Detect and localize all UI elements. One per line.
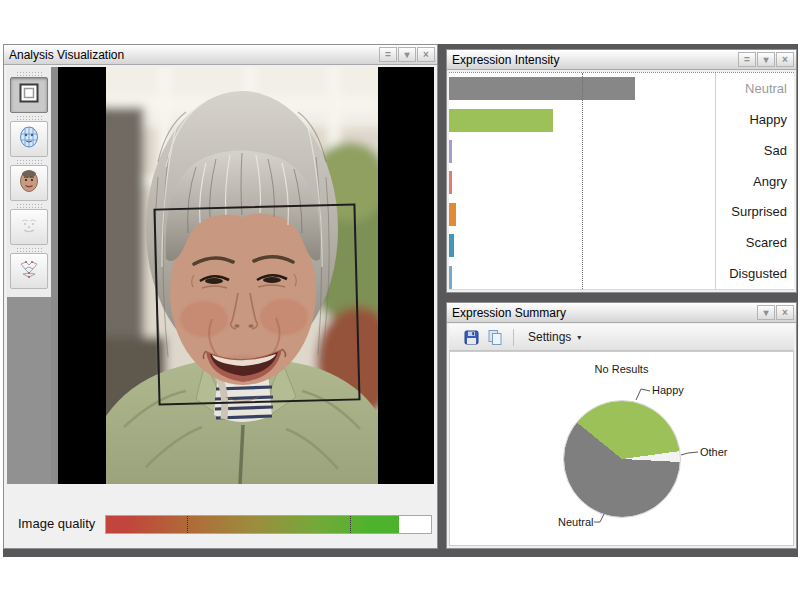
dock-button[interactable]: ▾ (757, 52, 775, 67)
expression-summary-titlebar: Expression Summary ▾ × (447, 303, 796, 323)
maximize-button[interactable]: = (379, 47, 397, 62)
intensity-bar-disgusted (449, 266, 452, 289)
frame-view-button[interactable] (10, 77, 48, 113)
chevron-down-icon: ▾ (577, 333, 581, 342)
analysis-visualization-titlebar: Analysis Visualization = ▾ × (4, 45, 437, 65)
intensity-label-sad: Sad (716, 135, 794, 166)
texture-view-icon (17, 169, 41, 197)
model-view-button[interactable] (10, 121, 48, 157)
toolbar-separator (513, 329, 514, 346)
intensity-labels: NeutralHappySadAngrySurprisedScaredDisgu… (715, 73, 794, 289)
pie-chart-title: No Results (450, 363, 793, 375)
settings-dropdown[interactable]: Settings ▾ (520, 327, 589, 347)
analysis-visualization-panel: Analysis Visualization = ▾ × (3, 44, 438, 549)
intensity-bar-surprised (449, 203, 456, 226)
intensity-label-surprised: Surprised (716, 196, 794, 227)
visualization-mode-toolbar (7, 67, 51, 484)
model-view-icon (17, 125, 41, 153)
image-quality-fill (106, 516, 399, 533)
panel-title: Expression Intensity (452, 53, 737, 67)
copy-button[interactable] (485, 327, 505, 347)
landmarks-view-icon (17, 213, 41, 241)
pie-label-neutral: Neutral (558, 516, 593, 528)
intensity-chart: NeutralHappySadAngrySurprisedScaredDisgu… (449, 72, 794, 290)
intensity-bar-happy (449, 109, 553, 132)
landmarks-view-button[interactable] (10, 209, 48, 245)
pie-label-happy: Happy (652, 384, 684, 396)
intensity-plot (449, 73, 715, 289)
intensity-label-happy: Happy (716, 104, 794, 135)
intensity-label-angry: Angry (716, 166, 794, 197)
maximize-button[interactable]: = (738, 52, 756, 67)
toolbar-button-block (7, 67, 51, 297)
toolbar-grip (16, 203, 42, 208)
toolbar-grip (16, 247, 42, 252)
summary-chart-area: No Results Happy Other Neutral (449, 351, 794, 546)
intensity-bar-angry (449, 171, 452, 194)
intensity-label-scared: Scared (716, 227, 794, 258)
expression-summary-panel: Expression Summary ▾ × Settings ▾ No Res… (446, 302, 797, 549)
dock-button[interactable]: ▾ (398, 47, 416, 62)
pie-chart (564, 401, 680, 517)
image-quality-tick (187, 516, 188, 533)
mesh-view-button[interactable] (10, 253, 48, 289)
texture-view-button[interactable] (10, 165, 48, 201)
video-viewport (51, 67, 434, 484)
intensity-label-disgusted: Disgusted (716, 258, 794, 289)
pie-label-other: Other (700, 446, 728, 458)
summary-toolbar: Settings ▾ (449, 324, 794, 351)
toolbar-grip (16, 159, 42, 164)
copy-icon (487, 329, 503, 345)
save-button[interactable] (461, 327, 481, 347)
expression-intensity-panel: Expression Intensity = ▾ × NeutralHappyS… (446, 49, 797, 293)
intensity-bar-neutral (449, 77, 635, 100)
toolbar-grip (16, 71, 42, 76)
settings-label: Settings (528, 330, 571, 344)
panel-title: Expression Summary (452, 306, 756, 320)
intensity-bar-scared (449, 234, 454, 257)
panel-title: Analysis Visualization (9, 48, 378, 62)
expression-intensity-titlebar: Expression Intensity = ▾ × (447, 50, 796, 70)
close-button[interactable]: × (417, 47, 435, 62)
image-quality-label: Image quality (18, 516, 95, 531)
close-button[interactable]: × (776, 305, 794, 320)
close-button[interactable]: × (776, 52, 794, 67)
facereader-app: Analysis Visualization = ▾ × (3, 44, 798, 557)
intensity-label-neutral: Neutral (716, 73, 794, 104)
dock-button[interactable]: ▾ (757, 305, 775, 320)
face-detection-box (153, 203, 360, 405)
intensity-bar-sad (449, 140, 452, 163)
intensity-gridline (582, 73, 583, 289)
toolbar-grip (16, 115, 42, 120)
save-icon (464, 330, 479, 345)
mesh-view-icon (17, 257, 41, 285)
image-quality-bar (105, 515, 432, 534)
image-quality-tick (350, 516, 351, 533)
frame-view-icon (17, 81, 41, 109)
